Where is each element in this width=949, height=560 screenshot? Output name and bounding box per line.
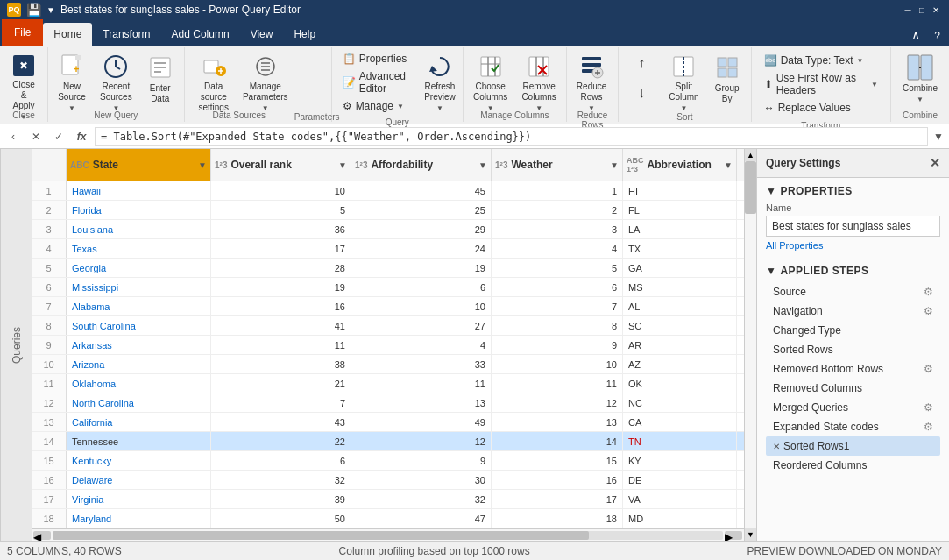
sort-ascending-button[interactable]: ↑: [624, 51, 659, 79]
data-type-button[interactable]: 🔤 Data Type: Text ▼: [761, 53, 882, 68]
refresh-preview-button[interactable]: RefreshPreview ▼: [421, 49, 459, 109]
table-row[interactable]: 2 Florida 5 25 2 FL: [32, 201, 744, 220]
scroll-up-button[interactable]: ▲: [745, 149, 756, 161]
new-source-button[interactable]: + NewSource ▼: [52, 49, 92, 109]
tab-view[interactable]: View: [240, 23, 284, 46]
confirm-formula-button[interactable]: ✓: [49, 127, 68, 146]
applied-step[interactable]: Removed Columns: [766, 379, 940, 398]
table-row[interactable]: 15 Kentucky 6 9 15 KY: [32, 451, 744, 471]
table-row[interactable]: 16 Delaware 32 30 16 DE: [32, 471, 744, 490]
formula-input[interactable]: [95, 127, 928, 146]
col-header-overall[interactable]: 1²3 Overall rank ▼: [211, 149, 351, 181]
afford-filter-button[interactable]: ▼: [478, 160, 487, 170]
query-name-input[interactable]: [766, 216, 940, 237]
table-row[interactable]: 7 Alabama 16 10 7 AL: [32, 297, 744, 316]
applied-step[interactable]: Removed Bottom Rows⚙: [766, 359, 940, 379]
choose-columns-button[interactable]: ChooseColumns ▼: [467, 49, 513, 109]
scroll-left-button[interactable]: ◀: [33, 531, 51, 540]
table-row[interactable]: 3 Louisiana 36 29 3 LA: [32, 220, 744, 239]
recent-sources-button[interactable]: RecentSources ▼: [94, 49, 138, 109]
applied-step[interactable]: Expanded State codes⚙: [766, 417, 940, 436]
reduce-rows-button[interactable]: ReduceRows ▼: [570, 49, 613, 109]
applied-step[interactable]: Navigation⚙: [766, 301, 940, 321]
quick-access-save[interactable]: 💾: [26, 3, 41, 17]
table-row[interactable]: 8 South Carolina 41 27 8 SC: [32, 316, 744, 336]
h-scroll-thumb[interactable]: [53, 531, 589, 540]
applied-steps-expand-icon[interactable]: ▼: [766, 265, 776, 277]
table-row[interactable]: 18 Maryland 50 47 18 MD: [32, 509, 744, 528]
tab-home[interactable]: Home: [43, 23, 92, 46]
combine-dropdown[interactable]: ▼: [917, 96, 924, 103]
sort-descending-button[interactable]: ↓: [624, 81, 659, 109]
tab-add-column[interactable]: Add Column: [161, 23, 240, 46]
tab-transform[interactable]: Transform: [92, 23, 160, 46]
nav-back-button[interactable]: ‹: [4, 127, 23, 146]
scroll-thumb[interactable]: [745, 161, 756, 214]
table-row[interactable]: 1 Hawaii 10 45 1 HI: [32, 181, 744, 201]
step-gear-icon[interactable]: ⚙: [924, 363, 933, 375]
col-header-weather[interactable]: 1²3 Weather ▼: [492, 149, 623, 181]
table-row[interactable]: 13 California 43 49 13 CA: [32, 413, 744, 432]
minimize-button[interactable]: ─: [902, 4, 914, 16]
table-row[interactable]: 11 Oklahoma 21 11 11 OK: [32, 374, 744, 393]
applied-step[interactable]: Source⚙: [766, 282, 940, 301]
combine-button[interactable]: Combine ▼: [895, 49, 945, 109]
manage-query-button[interactable]: ⚙ Manage ▼: [339, 98, 415, 114]
help-icon[interactable]: ?: [927, 26, 947, 46]
tab-help[interactable]: Help: [283, 23, 326, 46]
scroll-right-button[interactable]: ▶: [725, 531, 742, 540]
h-scroll-track[interactable]: [53, 531, 723, 540]
advanced-editor-button[interactable]: 📝 Advanced Editor: [339, 68, 415, 96]
table-row[interactable]: 4 Texas 17 24 4 TX: [32, 239, 744, 259]
manage-parameters-button[interactable]: ManageParameters ▼: [241, 49, 290, 109]
table-row[interactable]: 10 Arizona 38 33 10 AZ: [32, 355, 744, 374]
table-row[interactable]: 6 Mississippi 19 6 6 MS: [32, 278, 744, 297]
data-source-settings-button[interactable]: Data sourcesettings: [188, 49, 239, 109]
state-filter-button[interactable]: ▼: [198, 160, 207, 170]
step-gear-icon[interactable]: ⚙: [924, 401, 933, 414]
applied-step[interactable]: Merged Queries⚙: [766, 398, 940, 417]
weather-filter-button[interactable]: ▼: [610, 160, 619, 170]
replace-values-button[interactable]: ↔ Replace Values: [761, 100, 882, 116]
applied-step[interactable]: Sorted Rows: [766, 340, 940, 359]
properties-button[interactable]: 📋 Properties: [339, 51, 415, 67]
abbr-filter-button[interactable]: ▼: [724, 160, 733, 170]
cancel-formula-button[interactable]: ✕: [26, 127, 46, 146]
grid-scroll-h[interactable]: ◀ ▶: [32, 528, 744, 541]
properties-expand-icon[interactable]: ▼: [766, 185, 776, 197]
group-by-button[interactable]: GroupBy: [707, 49, 747, 109]
query-settings-close-button[interactable]: ✕: [930, 156, 940, 170]
all-properties-link[interactable]: All Properties: [766, 240, 940, 251]
formula-expand-button[interactable]: ▼: [931, 129, 945, 145]
step-gear-icon[interactable]: ⚙: [924, 305, 933, 317]
maximize-button[interactable]: □: [916, 4, 928, 16]
applied-step[interactable]: Reordered Columns: [766, 456, 940, 475]
close-apply-button[interactable]: ✖ Close &Apply ▼: [4, 49, 44, 109]
vertical-scrollbar[interactable]: ▲ ▼: [744, 149, 756, 541]
quick-access-arrow[interactable]: ▼: [46, 5, 55, 15]
remove-columns-button[interactable]: RemoveColumns ▼: [515, 49, 562, 109]
applied-step[interactable]: ✕Sorted Rows1: [766, 436, 940, 456]
close-button[interactable]: ✕: [930, 4, 942, 16]
overall-filter-button[interactable]: ▼: [338, 160, 347, 170]
col-header-state[interactable]: ABC State ▼: [67, 149, 211, 181]
tab-file[interactable]: File: [2, 19, 43, 46]
table-row[interactable]: 12 North Carolina 7 13 12 NC: [32, 393, 744, 413]
table-row[interactable]: 5 Georgia 28 19 5 GA: [32, 259, 744, 278]
scroll-down-button[interactable]: ▼: [745, 528, 756, 541]
step-gear-icon[interactable]: ⚙: [924, 286, 933, 298]
col-header-abbr[interactable]: ABC1²3 Abbreviation ▼: [623, 149, 737, 181]
data-type-dropdown[interactable]: ▼: [857, 57, 864, 65]
use-first-row-button[interactable]: ⬆ Use First Row as Headers ▼: [761, 70, 882, 98]
table-row[interactable]: 17 Virginia 39 32 17 VA: [32, 490, 744, 509]
table-row[interactable]: 14 Tennessee 22 12 14 TN: [32, 432, 744, 451]
refresh-preview-dropdown[interactable]: ▼: [436, 104, 443, 112]
col-header-afford[interactable]: 1²3 Affordability ▼: [351, 149, 492, 181]
split-column-button[interactable]: SplitColumn ▼: [662, 49, 705, 109]
enter-data-button[interactable]: EnterData: [140, 49, 181, 109]
use-first-row-dropdown[interactable]: ▼: [871, 81, 878, 89]
ribbon-collapse-button[interactable]: ∧: [904, 25, 927, 46]
scroll-track[interactable]: [745, 161, 756, 528]
manage-query-dropdown[interactable]: ▼: [397, 103, 404, 110]
table-row[interactable]: 9 Arkansas 11 4 9 AR: [32, 336, 744, 355]
